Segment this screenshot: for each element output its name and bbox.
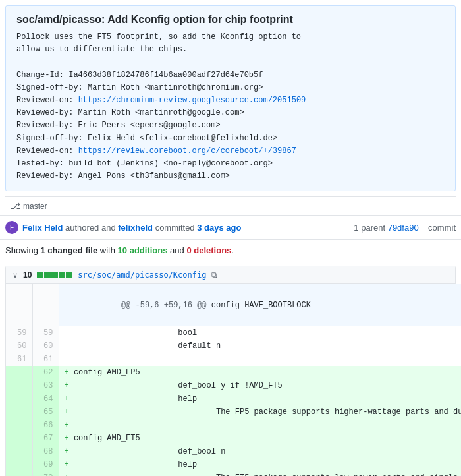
commit-title: soc/amd/picasso: Add Kconfig option for … <box>16 14 445 26</box>
table-row: 61 61 <box>6 353 461 366</box>
line-new-num: 62 <box>32 366 59 379</box>
line-content: + config AMD_FT5 <box>59 432 461 445</box>
line-content <box>59 353 461 366</box>
deletions-count: 0 deletions <box>186 245 231 255</box>
diff-expand-icon[interactable]: ∨ <box>13 271 18 280</box>
diff-container: ∨ 10 src/soc/amd/picasso/Kconfig ⧉ @@ -5… <box>5 266 456 476</box>
line-old-num <box>6 392 32 405</box>
hunk-left-num <box>6 284 32 326</box>
bar-seg-3 <box>51 272 58 278</box>
diff-additions-bar <box>37 272 72 278</box>
line-content: + help <box>59 458 461 471</box>
author-right: 1 parent 79dfa90 commit <box>354 223 456 233</box>
line-old-num <box>6 471 32 476</box>
line-old-num <box>6 379 32 392</box>
line-old-num <box>6 445 32 458</box>
table-row: 67 + config AMD_FT5 <box>6 432 461 445</box>
line-new-num: 59 <box>32 326 59 340</box>
commit-body: Pollock uses the FT5 footprint, so add t… <box>16 31 445 183</box>
author-row: F Felix Held authored and felixheld comm… <box>0 215 461 239</box>
time-ago: 3 days ago <box>197 223 241 233</box>
diff-table: @@ -59,6 +59,16 @@ config HAVE_BOOTBLOCK… <box>6 284 461 476</box>
parent-hash-link[interactable]: 79dfa90 <box>388 223 419 233</box>
line-old-num: 59 <box>6 326 32 340</box>
line-content: + def_bool n <box>59 445 461 458</box>
line-old-num <box>6 432 32 445</box>
line-new-num: 65 <box>32 405 59 419</box>
line-content: + <box>59 419 461 432</box>
stats-row: Showing 1 changed file with 10 additions… <box>0 239 461 260</box>
diff-lines-count: 10 <box>23 270 32 280</box>
branch-row: ⎇ master <box>5 196 456 215</box>
and-label: and <box>170 245 184 255</box>
line-new-num: 66 <box>32 419 59 432</box>
bar-seg-2 <box>44 272 51 278</box>
commit-section: soc/amd/picasso: Add Kconfig option for … <box>5 5 456 191</box>
line-old-num: 60 <box>6 340 32 353</box>
line-new-num: 61 <box>32 353 59 366</box>
line-new-num: 64 <box>32 392 59 405</box>
hunk-header-text: @@ -59,6 +59,16 @@ config HAVE_BOOTBLOCK <box>121 301 311 310</box>
bar-seg-4 <box>59 272 65 278</box>
author-text: Felix Held authored and felixheld commit… <box>22 223 241 233</box>
branch-icon: ⎇ <box>11 201 20 211</box>
coreboot-review-link[interactable]: https://review.coreboot.org/c/coreboot/+… <box>78 146 296 156</box>
table-row: 60 60 default n <box>6 340 461 353</box>
line-new-num: 60 <box>32 340 59 353</box>
commit-label: commit <box>428 223 456 233</box>
table-row: 68 + def_bool n <box>6 445 461 458</box>
line-new-num: 70 <box>32 471 59 476</box>
line-old-num: 61 <box>6 353 32 366</box>
diff-header: ∨ 10 src/soc/amd/picasso/Kconfig ⧉ <box>6 266 455 284</box>
table-row: 70 + The FT5 package supports low-power … <box>6 471 461 476</box>
line-new-num: 69 <box>32 458 59 471</box>
additions-count: 10 additions <box>118 245 168 255</box>
hunk-header-row: @@ -59,6 +59,16 @@ config HAVE_BOOTBLOCK <box>6 284 461 326</box>
table-row: 66 + <box>6 419 461 432</box>
changed-files: 1 changed file <box>41 245 98 255</box>
line-old-num <box>6 419 32 432</box>
table-row: 59 59 bool <box>6 326 461 340</box>
chromium-review-link[interactable]: https://chromium-review.googlesource.com… <box>78 96 306 105</box>
table-row: 69 + help <box>6 458 461 471</box>
bar-seg-5 <box>66 272 72 278</box>
showing-label: Showing <box>5 245 38 255</box>
table-row: 63 + def_bool y if !AMD_FT5 <box>6 379 461 392</box>
table-row: 64 + help <box>6 392 461 405</box>
parent-label: 1 parent <box>354 223 385 233</box>
with-label: with <box>100 245 115 255</box>
hunk-right-num <box>32 284 59 326</box>
line-content: default n <box>59 340 461 353</box>
line-content: + help <box>59 392 461 405</box>
avatar: F <box>5 221 18 234</box>
line-content: + def_bool y if !AMD_FT5 <box>59 379 461 392</box>
line-content: + config AMD_FP5 <box>59 366 461 379</box>
line-old-num <box>6 366 32 379</box>
author-link[interactable]: Felix Held <box>22 223 63 233</box>
line-content: bool <box>59 326 461 340</box>
branch-name: master <box>23 202 47 211</box>
page-container: soc/amd/picasso: Add Kconfig option for … <box>0 5 461 476</box>
line-content: + The FT5 package supports low-power par… <box>59 471 461 476</box>
author-left: F Felix Held authored and felixheld comm… <box>5 221 241 234</box>
committer-link[interactable]: felixheld <box>118 223 153 233</box>
file-copy-icon: ⧉ <box>211 270 217 280</box>
table-row: 62 + config AMD_FP5 <box>6 366 461 379</box>
line-new-num: 63 <box>32 379 59 392</box>
line-new-num: 68 <box>32 445 59 458</box>
line-content: + The FP5 package supports higher-wattag… <box>59 405 461 419</box>
bar-seg-1 <box>37 272 43 278</box>
line-new-num: 67 <box>32 432 59 445</box>
table-row: 65 + The FP5 package supports higher-wat… <box>6 405 461 419</box>
line-old-num <box>6 458 32 471</box>
diff-filename[interactable]: src/soc/amd/picasso/Kconfig <box>78 270 206 280</box>
hunk-header-content: @@ -59,6 +59,16 @@ config HAVE_BOOTBLOCK <box>59 284 461 326</box>
line-old-num <box>6 405 32 419</box>
